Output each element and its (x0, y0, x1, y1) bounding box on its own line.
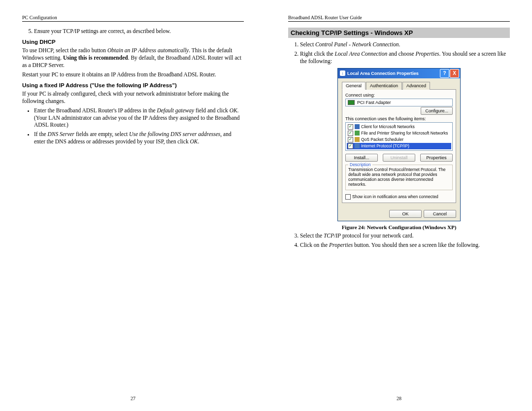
description-text: Transmission Control Protocol/Internet P… (348, 167, 450, 187)
dhcp-para1: To use DHCP, select the radio button Obt… (22, 47, 244, 69)
section-title: Checking TCP/IP Settings - Windows XP (288, 28, 510, 38)
items-listbox[interactable]: ✓ Client for Microsoft Networks ✓ File a… (345, 122, 453, 151)
adapter-field[interactable]: PCI Fast Adapter (345, 99, 453, 106)
figure-caption: Figure 24: Network Configuration (Window… (288, 224, 510, 230)
protocol-icon (355, 143, 360, 148)
step-list: Ensure your TCP/IP settings are correct,… (22, 28, 244, 35)
uninstall-button[interactable]: Uninstall (383, 154, 415, 162)
right-header: Broadband ADSL Router User Guide (288, 15, 510, 22)
step-1: Select Control Panel - Network Connectio… (300, 41, 510, 48)
step-5: Ensure your TCP/IP settings are correct,… (34, 28, 244, 35)
right-header-text: Broadband ADSL Router User Guide (288, 15, 362, 20)
tab-authentication[interactable]: Authentication (366, 82, 402, 90)
client-icon (355, 124, 360, 129)
checkbox-icon[interactable]: ✓ (348, 137, 353, 142)
adapter-name: PCI Fast Adapter (357, 100, 391, 105)
item-qos[interactable]: ✓ QoS Packet Scheduler (347, 137, 451, 143)
properties-button[interactable]: Properties (420, 154, 453, 162)
fixed-heading: Using a fixed IP Address ("Use the follo… (22, 82, 244, 88)
item-tcpip[interactable]: ✓ Internet Protocol (TCP/IP) (347, 143, 451, 149)
description-fieldset: Description Transmission Control Protoco… (345, 165, 453, 190)
left-header-text: PC Configuration (22, 15, 57, 20)
cancel-button[interactable]: Cancel (424, 210, 456, 218)
tab-general[interactable]: General (342, 82, 366, 90)
checkbox-icon[interactable]: ✓ (348, 143, 353, 149)
close-button[interactable]: X (450, 69, 459, 78)
connection-icon: ↓ (340, 70, 345, 76)
right-steps-a: Select Control Panel - Network Connectio… (288, 41, 510, 65)
service-icon (355, 131, 360, 136)
notif-row[interactable]: ✓ Show icon in notification area when co… (345, 194, 453, 200)
service-icon (355, 137, 360, 142)
xp-title: Local Area Connection Properties (347, 71, 419, 76)
adapter-icon (348, 100, 355, 105)
right-steps-b: Select the TCP/IP protocol for your netw… (288, 232, 510, 249)
step-3: Select the TCP/IP protocol for your netw… (300, 232, 510, 240)
left-page-num: 27 (131, 396, 135, 401)
item-fileshare[interactable]: ✓ File and Printer Sharing for Microsoft… (347, 130, 451, 137)
connect-using-label: Connect using: (345, 93, 453, 98)
xp-body: General Authentication Advanced Connect … (338, 78, 460, 207)
right-page: Broadband ADSL Router User Guide Checkin… (266, 0, 532, 411)
checkbox-icon[interactable]: ✓ (348, 131, 353, 136)
left-page: PC Configuration Ensure your TCP/IP sett… (0, 0, 266, 411)
help-button[interactable]: ? (440, 69, 449, 78)
items-label: This connection uses the following items… (345, 116, 453, 121)
bullet-1: Enter the Broadband ADSL Router's IP add… (34, 107, 244, 129)
item-client[interactable]: ✓ Client for Microsoft Networks (347, 124, 451, 130)
xp-dialog: ↓ Local Area Connection Properties ? X G… (337, 68, 461, 221)
left-header: PC Configuration (22, 15, 244, 22)
dhcp-heading: Using DHCP (22, 39, 244, 45)
right-page-num: 28 (397, 396, 401, 401)
ok-button[interactable]: OK (389, 210, 422, 218)
fixed-intro: If your PC is already configured, check … (22, 90, 244, 105)
dhcp-para2: Restart your PC to ensure it obtains an … (22, 71, 244, 78)
checkbox-icon[interactable]: ✓ (345, 194, 351, 200)
xp-tab-panel: Connect using: PCI Fast Adapter Configur… (342, 90, 456, 203)
configure-button[interactable]: Configure... (421, 107, 453, 115)
checkbox-icon[interactable]: ✓ (348, 124, 353, 130)
xp-tabs: General Authentication Advanced (342, 81, 456, 90)
step-2: Right click the Local Area Connection an… (300, 50, 510, 65)
tab-advanced[interactable]: Advanced (402, 82, 430, 90)
bullet-2: If the DNS Server fields are empty, sele… (34, 131, 244, 145)
install-button[interactable]: Install... (345, 154, 378, 162)
notif-label: Show icon in notification area when conn… (352, 194, 438, 199)
fixed-bullets: Enter the Broadband ADSL Router's IP add… (22, 107, 244, 146)
step-4: Click on the Properties button. You shou… (300, 241, 510, 249)
description-legend: Description (348, 162, 372, 167)
xp-titlebar[interactable]: ↓ Local Area Connection Properties ? X (338, 68, 460, 78)
dialog-buttons: OK Cancel (338, 207, 460, 221)
